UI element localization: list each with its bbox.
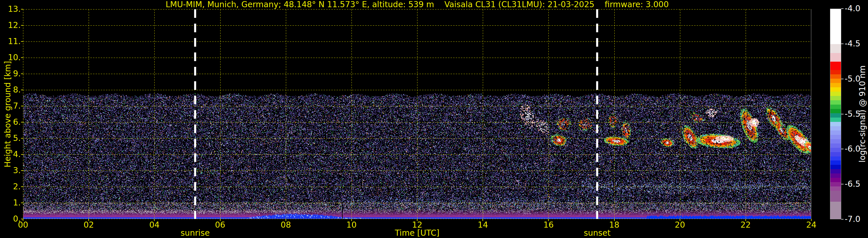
y-tick-mark <box>21 203 23 203</box>
colorbar-segment <box>830 83 841 87</box>
y-tick-mark <box>21 73 23 74</box>
colorbar-segment <box>830 62 841 70</box>
colorbar-segment <box>830 9 841 44</box>
colorbar-segment <box>830 191 841 202</box>
x-tick-label: 02 <box>74 220 103 230</box>
x-tick-mark <box>680 219 680 221</box>
y-tick-label: 4. <box>0 150 21 159</box>
plot-area <box>23 9 811 219</box>
colorbar-segment <box>830 87 841 92</box>
colorbar-segment <box>830 152 841 156</box>
x-tick-label: 08 <box>272 220 300 230</box>
y-tick-mark <box>21 138 23 139</box>
y-tick-label: 2. <box>0 182 21 191</box>
y-tick-mark <box>21 154 23 155</box>
colorbar-segment <box>830 139 841 144</box>
colorbar-segment <box>830 148 841 152</box>
colorbar-segment <box>830 156 841 161</box>
x-tick-label: 00 <box>9 220 37 230</box>
y-tick-label: 9. <box>0 69 21 79</box>
x-tick-mark <box>286 219 286 221</box>
colorbar-tick-mark <box>841 43 843 44</box>
y-tick-mark <box>21 25 23 26</box>
colorbar-segment <box>830 92 841 96</box>
colorbar-segment <box>830 44 841 53</box>
y-tick-mark <box>21 41 23 42</box>
colorbar-segment <box>830 169 841 174</box>
y-tick-label: 12. <box>0 21 21 30</box>
y-tick-mark <box>21 57 23 58</box>
x-tick-mark <box>351 219 352 221</box>
x-axis-label: Time [UTC] <box>374 228 460 238</box>
colorbar-segment <box>830 130 841 135</box>
colorbar-segment <box>830 113 841 118</box>
colorbar-segment <box>830 186 841 191</box>
colorbar-segment <box>830 118 841 122</box>
x-tick-mark <box>614 219 615 221</box>
colorbar-tick-mark <box>841 114 843 114</box>
y-tick-mark <box>21 90 23 90</box>
y-tick-label: 7. <box>0 101 21 111</box>
heatmap-canvas <box>23 9 811 219</box>
colorbar-segment <box>830 53 841 62</box>
page-title: LMU-MIM, Munich, Germany; 48.148° N 11.5… <box>23 0 811 9</box>
colorbar-segment <box>830 160 841 165</box>
y-tick-mark <box>21 186 23 187</box>
colorbar-segment <box>830 79 841 83</box>
y-tick-label: 11. <box>0 37 21 47</box>
colorbar-segment <box>830 70 841 75</box>
colorbar-segment <box>830 178 841 182</box>
x-tick-mark <box>745 219 746 221</box>
y-tick-mark <box>21 170 23 171</box>
y-tick-label: 6. <box>0 117 21 127</box>
colorbar-tick-mark <box>841 219 843 219</box>
y-tick-label: 3. <box>0 166 21 176</box>
colorbar-segment <box>830 126 841 130</box>
x-tick-mark <box>811 219 812 221</box>
x-tick-mark <box>220 219 220 221</box>
colorbar-segment <box>830 135 841 139</box>
x-tick-label: 16 <box>534 220 563 230</box>
colorbar-segment <box>830 96 841 100</box>
colorbar-segment <box>830 202 841 219</box>
y-tick-label: 13. <box>0 4 21 14</box>
y-tick-label: 8. <box>0 85 21 95</box>
y-tick-label: 5. <box>0 133 21 143</box>
colorbar-segment <box>830 165 841 169</box>
y-tick-mark <box>21 106 23 106</box>
sunset-annotation: sunset <box>565 228 629 238</box>
colorbar-segment <box>830 182 841 186</box>
x-tick-mark <box>23 219 23 221</box>
sunrise-annotation: sunrise <box>163 228 227 238</box>
y-tick-label: 1. <box>0 198 21 208</box>
colorbar-segment <box>830 75 841 79</box>
colorbar-tick-mark <box>841 79 843 79</box>
x-tick-label: 10 <box>337 220 366 230</box>
x-tick-mark <box>548 219 549 221</box>
x-tick-mark <box>88 219 89 221</box>
y-tick-mark <box>21 9 23 9</box>
colorbar-segment <box>830 144 841 148</box>
colorbar-segment <box>830 174 841 178</box>
x-tick-label: 20 <box>665 220 694 230</box>
x-tick-label: 14 <box>468 220 497 230</box>
colorbar-segment <box>830 100 841 105</box>
x-tick-mark <box>154 219 155 221</box>
x-tick-mark <box>417 219 417 221</box>
x-tick-label: 22 <box>731 220 760 230</box>
x-tick-label: 24 <box>797 220 826 230</box>
colorbar-label: log(rc-signal) @ 910 nm <box>857 9 868 219</box>
colorbar-segment <box>830 122 841 126</box>
ceilometer-quicklook-page: LMU-MIM, Munich, Germany; 48.148° N 11.5… <box>0 0 868 238</box>
colorbar-tick-mark <box>841 149 843 149</box>
x-tick-mark <box>483 219 483 221</box>
colorbar-tick-mark <box>841 8 843 9</box>
colorbar-tick-mark <box>841 184 843 184</box>
colorbar <box>830 9 841 219</box>
colorbar-segment <box>830 109 841 113</box>
y-tick-mark <box>21 122 23 122</box>
y-tick-label: 10. <box>0 53 21 62</box>
colorbar-segment <box>830 105 841 109</box>
